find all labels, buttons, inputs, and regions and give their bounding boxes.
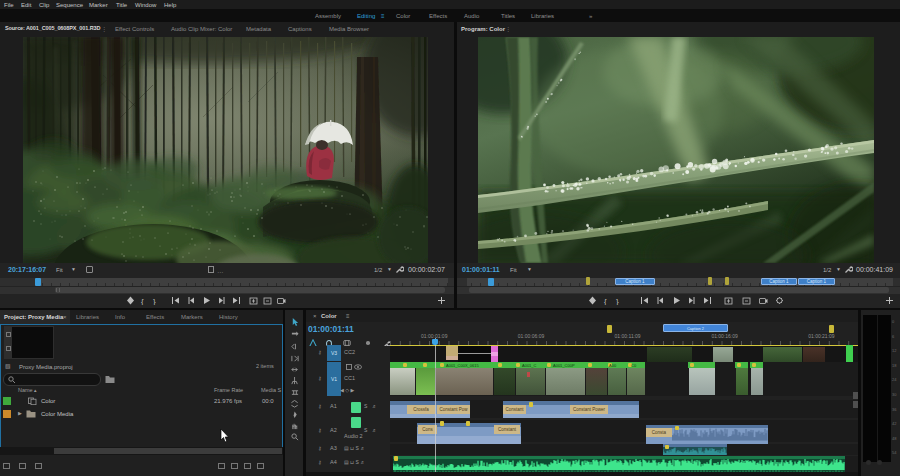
svg-text:{: { [141,296,144,305]
svg-text:{: { [604,296,607,305]
svg-text:}: } [153,296,156,305]
svg-text:}: } [616,296,619,305]
